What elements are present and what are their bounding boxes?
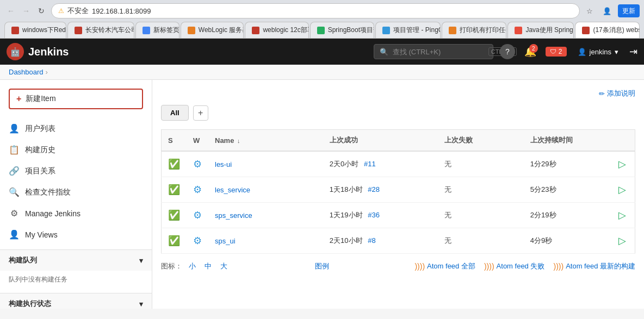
run-button-3[interactable]: ▷ <box>616 234 628 248</box>
build-executor-chevron: ▾ <box>139 300 143 308</box>
table-footer: 图标： 小 中 大 图例 )))) Atom feed 全部 )))) Atom… <box>161 254 635 272</box>
sidebar: + 新建Item 👤 用户列表 📋 构建历史 🔗 项目关系 🔍 <box>0 80 152 309</box>
last-duration-cell-1: 5分23秒 <box>524 177 610 203</box>
last-success-build-0[interactable]: #11 <box>364 160 376 168</box>
last-success-build-1[interactable]: #28 <box>368 185 380 193</box>
last-duration-cell-2: 2分19秒 <box>524 203 610 228</box>
weather-icon-1: ⚙ <box>193 184 202 195</box>
tab-8[interactable]: Java使用 Springbo... ✕ <box>507 22 574 38</box>
address-bar[interactable]: ⚠ 不安全 192.168.1.81:8099 <box>51 3 580 18</box>
security-warning-icon: ⚠ <box>58 7 64 15</box>
more-button[interactable]: 更新 <box>618 4 640 17</box>
last-success-build-2[interactable]: #36 <box>368 211 380 219</box>
tab-6[interactable]: 项目管理 - PingCo... ✕ <box>375 22 441 38</box>
table-row: ✅ ⚙ les_service 1天18小时 #28 无 <box>162 177 635 203</box>
atom-feed-failure-link[interactable]: )))) Atom feed 失败 <box>484 261 545 271</box>
main-header: ✏ 添加说明 <box>161 89 635 98</box>
name-cell-1: les_service <box>208 177 323 203</box>
weather-cell-1: ⚙ <box>187 177 208 203</box>
tab-7[interactable]: 打印机有打印任务... ✕ <box>442 22 506 38</box>
tab-label-1: 长安铃木汽车公司J... <box>85 26 134 35</box>
job-link-0[interactable]: les-ui <box>215 160 232 168</box>
icon-size-small[interactable]: 小 <box>187 260 198 272</box>
tab-5[interactable]: SpringBoot项目部... ✕ <box>310 22 375 38</box>
users-icon: 👤 <box>9 123 20 134</box>
add-description-link[interactable]: ✏ 添加说明 <box>599 89 635 98</box>
run-button-0[interactable]: ▷ <box>616 157 628 171</box>
new-item-button[interactable]: + 新建Item <box>9 89 143 109</box>
job-link-3[interactable]: sps_ui <box>215 237 236 245</box>
sidebar-item-build-history[interactable]: 📋 构建历史 <box>0 139 152 160</box>
sidebar-item-my-views[interactable]: 👤 My Views <box>0 224 152 245</box>
icon-size-label: 图标： <box>161 261 182 271</box>
back-button[interactable]: ← <box>4 4 17 17</box>
help-button[interactable]: ? <box>500 44 515 59</box>
run-button-2[interactable]: ▷ <box>616 208 628 222</box>
status-cell-3: ✅ <box>162 228 187 254</box>
tab-3[interactable]: WebLogic 服务器... ✕ <box>181 22 244 38</box>
reload-button[interactable]: ↻ <box>35 4 48 17</box>
sidebar-item-project-relationship[interactable]: 🔗 项目关系 <box>0 160 152 182</box>
last-success-cell-3: 2天10小时 #8 <box>323 228 438 254</box>
last-success-build-3[interactable]: #8 <box>368 236 375 245</box>
sidebar-item-manage-jenkins[interactable]: ⚙ Manage Jenkins <box>0 203 152 224</box>
sidebar-item-users[interactable]: 👤 用户列表 <box>0 118 152 139</box>
tab-label-6: 项目管理 - PingCo... <box>393 26 441 35</box>
username-label: jenkins <box>590 48 611 56</box>
chevron-down-icon: ▾ <box>615 48 618 56</box>
search-box[interactable]: 🔍 CTRL+K <box>374 44 493 59</box>
job-link-2[interactable]: sps_service <box>215 211 252 220</box>
breadcrumb-dashboard[interactable]: Dashboard <box>9 68 44 76</box>
job-link-1[interactable]: les_service <box>215 186 250 194</box>
add-view-button[interactable]: + <box>193 105 208 121</box>
weather-icon-0: ⚙ <box>193 159 202 170</box>
name-cell-2: sps_service <box>208 203 323 228</box>
feed-links: )))) Atom feed 全部 )))) Atom feed 失败 ))))… <box>414 261 635 271</box>
build-queue-empty-text: 队列中没有构建任务 <box>9 276 67 283</box>
col-header-run <box>610 130 635 152</box>
bookmark-button[interactable]: ☆ <box>583 4 596 17</box>
forward-button[interactable]: → <box>20 4 33 17</box>
tab-0[interactable]: windows下Redis... ✕ <box>4 22 66 38</box>
tab-9[interactable]: (17条消息) webso... ✕ <box>575 22 640 38</box>
rss-icon-latest: )))) <box>553 262 564 271</box>
tab-favicon-3 <box>188 27 195 34</box>
tab-favicon-0 <box>11 27 19 34</box>
jenkins-logo-text: Jenkins <box>28 46 69 58</box>
last-failure-cell-2: 无 <box>438 203 524 228</box>
nav-buttons: ← → ↻ <box>4 4 48 17</box>
breadcrumb-separator: › <box>46 68 48 76</box>
search-icon: 🔍 <box>380 48 388 56</box>
last-success-cell-2: 1天19小时 #36 <box>323 203 438 228</box>
name-cell-0: les-ui <box>208 151 323 177</box>
notification-button[interactable]: 🔔 2 <box>522 43 539 60</box>
atom-feed-all-link[interactable]: )))) Atom feed 全部 <box>414 261 475 271</box>
sidebar-item-label-views: My Views <box>25 230 58 239</box>
user-icon: 👤 <box>578 48 586 56</box>
tab-2[interactable]: 新标签页 ✕ <box>135 22 179 38</box>
last-success-time-2: 1天19小时 <box>330 211 363 219</box>
last-success-time-3: 2天10小时 <box>330 236 363 245</box>
logout-button[interactable]: ⇥ <box>629 46 637 58</box>
jenkins-logo[interactable]: 🤖 Jenkins <box>7 43 69 60</box>
icon-size-large[interactable]: 大 <box>218 260 230 272</box>
add-description-label: 添加说明 <box>607 89 635 98</box>
security-badge[interactable]: 🛡 2 <box>546 47 567 57</box>
tab-all[interactable]: All <box>161 105 189 121</box>
tab-1[interactable]: 长安铃木汽车公司J... ✕ <box>67 22 134 38</box>
run-button-1[interactable]: ▷ <box>616 183 628 197</box>
tab-4[interactable]: weblogic 12c部署... ✕ <box>245 22 308 38</box>
build-executor-header[interactable]: 构建执行状态 ▾ <box>0 293 152 309</box>
atom-feed-latest-link[interactable]: )))) Atom feed 最新的构建 <box>553 261 635 271</box>
profile-button[interactable]: 👤 <box>600 4 614 17</box>
search-input[interactable] <box>393 48 484 56</box>
col-header-name[interactable]: Name ↓ <box>208 130 323 152</box>
col-header-s: S <box>162 130 187 152</box>
relationship-icon: 🔗 <box>9 166 20 176</box>
build-queue-header[interactable]: 构建队列 ▾ <box>0 250 152 271</box>
views-icon: 👤 <box>9 229 20 240</box>
icon-size-medium[interactable]: 中 <box>202 260 214 272</box>
sidebar-item-fingerprint[interactable]: 🔍 检查文件指纹 <box>0 182 152 203</box>
user-menu[interactable]: 👤 jenkins ▾ <box>573 46 623 58</box>
legend-link[interactable]: 图例 <box>315 262 329 270</box>
